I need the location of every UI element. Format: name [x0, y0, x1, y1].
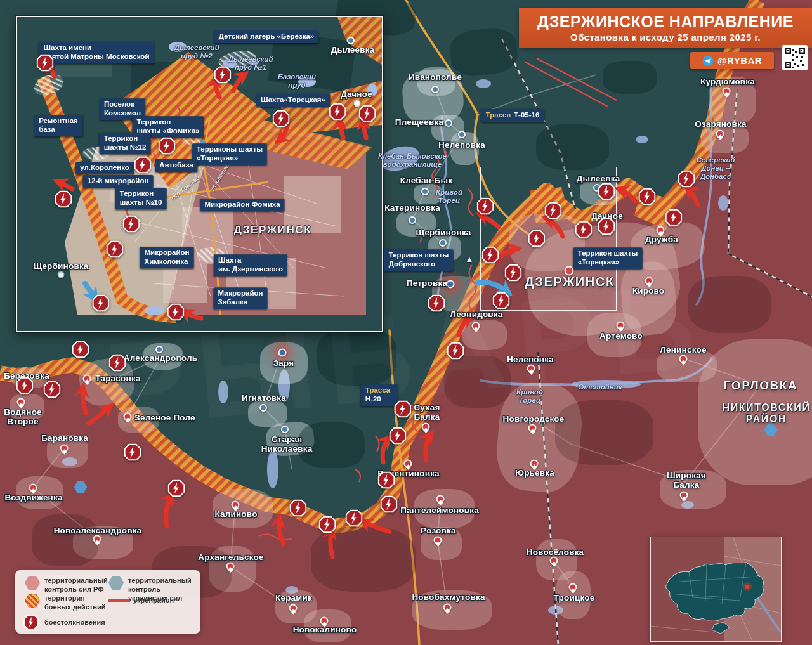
clash-icon [639, 188, 656, 205]
clash-icon [134, 157, 152, 174]
town-label: Озаряновка [695, 119, 746, 129]
road-label-name: Н-20 [365, 395, 381, 403]
town-label: Щербиновка [416, 228, 471, 237]
town-marker [422, 423, 430, 431]
town-marker [443, 604, 452, 612]
clash-icon [159, 138, 176, 155]
legend-hex-red-icon [24, 575, 41, 590]
poi-label-box: Шахта имени святой Матроны Московской [39, 42, 154, 63]
qr-code [782, 45, 808, 70]
clash-icon [329, 103, 346, 121]
town-marker [431, 86, 439, 93]
road-label-box: ТрассаН-20 [361, 384, 398, 406]
town-label: Клебан-Бык [400, 176, 452, 185]
clash-icon [493, 292, 510, 309]
poi-label-box: Детский лагерь «Берёзка» [214, 30, 318, 43]
town-label: Воздвиженка [4, 493, 62, 502]
town-label: Леонидовка [450, 309, 502, 319]
town-marker [155, 346, 163, 353]
town-label: Розовка [421, 526, 455, 535]
town-marker [680, 492, 688, 500]
spoil-tip-icon: ▲ [466, 254, 474, 264]
town-marker [29, 484, 37, 492]
town-label: Новобахмутовка [412, 592, 485, 602]
town-marker [289, 604, 298, 613]
town-label: Нелеповка [438, 140, 485, 150]
ua-position-icon [764, 424, 778, 436]
clash-icon [477, 198, 494, 215]
town-marker [124, 413, 132, 421]
legend-fortification-icon [108, 599, 129, 602]
town-label: Пантелеймоновка [400, 505, 479, 515]
town-label: Александрополь [124, 353, 197, 363]
clash-icon [381, 496, 398, 513]
town-label: Тарасовка [95, 374, 140, 383]
clash-icon [378, 472, 395, 489]
clash-icon [55, 191, 72, 208]
town-marker [528, 424, 537, 433]
town-label: Дружба [645, 235, 678, 244]
clash-icon [319, 516, 336, 533]
town-marker [259, 404, 267, 412]
water-label: Клебан-Быковское водохранилище [378, 152, 447, 169]
town-marker [617, 322, 625, 330]
map-title: ДЗЕРЖИНСКОЕ НАПРАВЛЕНИЕ [537, 13, 794, 30]
water-label: Отстойник [578, 383, 622, 391]
minimap-area-dot [745, 585, 750, 589]
town-marker [281, 426, 289, 433]
poi-label-box: Микрорайон Забалка [214, 287, 268, 309]
clash-icon [44, 381, 61, 398]
title-banner: ДЗЕРЖИНСКОЕ НАПРАВЛЕНИЕ Обстановка к исх… [519, 8, 812, 48]
town-label: Троицкое [554, 593, 595, 603]
legend-item-label: боестолкновения [44, 618, 105, 627]
telegram-icon [702, 55, 714, 67]
town-marker [530, 460, 539, 468]
clash-icon [665, 209, 683, 226]
town-label: Дылеевка [331, 45, 375, 55]
clash-icon [124, 444, 141, 461]
town-marker [716, 130, 724, 138]
clash-icon [16, 377, 34, 394]
town-label: Новосёловка [527, 547, 584, 557]
clash-icon [575, 221, 593, 238]
poi-label-box: Терриконы шахты «Торецкая» [192, 143, 267, 165]
legend-clash-icon [23, 615, 39, 630]
water-label: Северский Донец – Донбасс [696, 156, 735, 181]
town-marker [83, 375, 91, 383]
poi-label-box: Террикон шахты №12 [100, 133, 151, 154]
town-label: Петровка [407, 278, 447, 288]
street-label: ул. Светлая [209, 160, 232, 192]
town-marker [421, 188, 429, 195]
town-marker [232, 501, 240, 509]
legend-item-label: укрепрайон [133, 596, 174, 605]
town-label: Игнатовка [242, 393, 286, 403]
poi-label-box: Террикон шахты Добрянского [384, 249, 454, 271]
town-label: Новокалиново [293, 625, 357, 634]
town-marker [436, 495, 445, 504]
clash-icon [678, 171, 695, 188]
poi-label-box: Микрорайон Фомиха [200, 199, 284, 211]
street-label: пер. Горский [169, 174, 200, 200]
clash-icon [72, 341, 89, 358]
town-label: Широкая Балка [667, 471, 706, 490]
town-marker [569, 583, 577, 592]
brand-badge: @RYBAR [690, 52, 774, 69]
town-marker [60, 445, 69, 453]
road-label-prefix: Трасса [486, 111, 511, 119]
area-label: ДЗЕРЖИНСК [525, 275, 614, 289]
clash-icon [545, 202, 562, 219]
clash-icon [390, 427, 407, 445]
legend-panel: территориальный контроль сил РФтерритори… [15, 570, 200, 634]
poi-label-box: Шахта им. Дзержинского [214, 254, 287, 276]
water-label: Кривой Торец [436, 188, 462, 205]
clash-icon [107, 241, 124, 258]
clash-icon [123, 216, 140, 233]
ukraine-minimap [650, 537, 782, 642]
clash-icon [167, 304, 185, 321]
clash-icon [109, 355, 126, 372]
town-label: Катериновка [384, 203, 440, 212]
town-label: Курдюмовка [700, 77, 755, 86]
road-label-prefix: Трасса [365, 386, 390, 394]
legend-hex-blue-icon [108, 575, 124, 590]
town-marker [657, 226, 665, 235]
